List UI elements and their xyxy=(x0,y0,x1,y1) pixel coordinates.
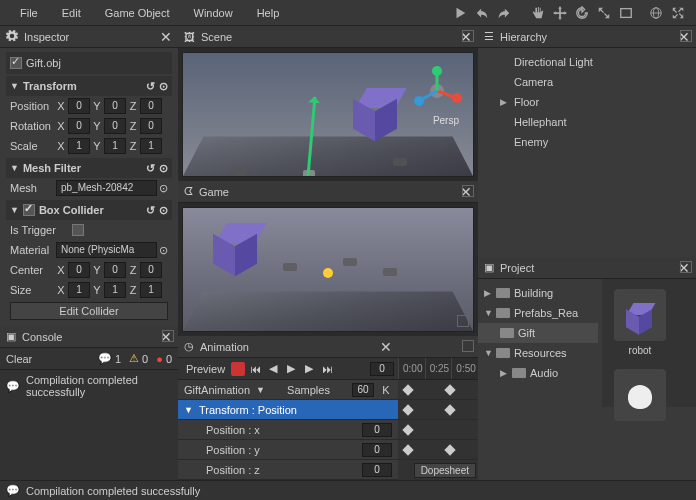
maximize-icon[interactable] xyxy=(680,261,692,273)
chevron-right-icon[interactable]: ▶ xyxy=(500,368,508,378)
close-icon[interactable]: ✕ xyxy=(380,339,392,355)
console-tab[interactable]: ▣ Console ✕ xyxy=(0,326,178,348)
scene-tab[interactable]: 🖼 Scene ✕ xyxy=(178,26,478,48)
timeline[interactable]: 0:00 0:25 0:50 xyxy=(398,336,478,480)
target-icon[interactable]: ⊙ xyxy=(159,182,168,195)
menu-help[interactable]: Help xyxy=(245,3,292,23)
rotate-icon[interactable] xyxy=(572,3,592,23)
maximize-icon[interactable] xyxy=(680,30,692,42)
track-x-label[interactable]: Position : x xyxy=(206,424,260,436)
dopesheet-button[interactable]: Dopesheet xyxy=(414,463,476,478)
rotation-z[interactable]: 0 xyxy=(140,118,162,134)
chevron-down-icon[interactable]: ▼ xyxy=(256,385,265,395)
scale-icon[interactable] xyxy=(594,3,614,23)
object-enabled-checkbox[interactable] xyxy=(10,57,22,69)
folder-row[interactable]: Gift xyxy=(478,323,598,343)
folder-row[interactable]: ▶Audio xyxy=(478,363,598,383)
menu-file[interactable]: File xyxy=(8,3,50,23)
hand-icon[interactable] xyxy=(528,3,548,23)
chevron-right-icon[interactable]: ▶ xyxy=(500,97,508,107)
inspector-tab[interactable]: Inspector ✕ xyxy=(0,26,178,48)
hierarchy-item[interactable]: Enemy xyxy=(484,132,690,152)
scale-z[interactable]: 1 xyxy=(140,138,162,154)
more-icon[interactable]: ⊙ xyxy=(159,80,168,93)
last-frame-button[interactable]: ⏭ xyxy=(319,361,335,377)
frame-field[interactable]: 0 xyxy=(370,362,394,376)
center-x[interactable]: 0 xyxy=(68,262,90,278)
maximize-icon[interactable] xyxy=(462,340,474,352)
edit-collider-button[interactable]: Edit Collider xyxy=(10,302,168,320)
maximize-icon[interactable] xyxy=(462,185,474,197)
reset-icon[interactable]: ↺ xyxy=(146,80,155,93)
play-button[interactable]: ▶ xyxy=(283,361,299,377)
reset-icon[interactable]: ↺ xyxy=(146,204,155,217)
menu-edit[interactable]: Edit xyxy=(50,3,93,23)
expand-icon[interactable] xyxy=(668,3,688,23)
track-z-value[interactable]: 0 xyxy=(362,463,392,477)
play-icon[interactable] xyxy=(450,3,470,23)
track-y-value[interactable]: 0 xyxy=(362,443,392,457)
track-header[interactable]: Transform : Position xyxy=(199,404,297,416)
maximize-icon[interactable] xyxy=(462,30,474,42)
chevron-down-icon[interactable]: ▼ xyxy=(10,81,19,91)
chevron-down-icon[interactable]: ▼ xyxy=(184,405,193,415)
record-button[interactable] xyxy=(231,362,245,376)
position-y[interactable]: 0 xyxy=(104,98,126,114)
folder-row[interactable]: ▶Building xyxy=(478,283,598,303)
track-y-label[interactable]: Position : y xyxy=(206,444,260,456)
rect-icon[interactable] xyxy=(616,3,636,23)
animation-tab[interactable]: ◷ Animation ✕ xyxy=(178,336,398,358)
maximize-icon[interactable] xyxy=(162,330,174,342)
chevron-down-icon[interactable]: ▼ xyxy=(484,308,492,318)
maximize-icon[interactable] xyxy=(457,315,469,327)
hierarchy-item[interactable]: Directional Light xyxy=(484,52,690,72)
orientation-gizmo[interactable] xyxy=(409,63,465,119)
preview-button[interactable]: Preview xyxy=(182,363,229,375)
size-z[interactable]: 1 xyxy=(140,282,162,298)
track-x-value[interactable]: 0 xyxy=(362,423,392,437)
collider-enabled-checkbox[interactable] xyxy=(23,204,35,216)
redo-icon[interactable] xyxy=(494,3,514,23)
track-z-label[interactable]: Position : z xyxy=(206,464,260,476)
clear-button[interactable]: Clear xyxy=(6,353,32,365)
rotation-x[interactable]: 0 xyxy=(68,118,90,134)
scale-y[interactable]: 1 xyxy=(104,138,126,154)
samples-field[interactable]: 60 xyxy=(352,383,374,397)
position-x[interactable]: 0 xyxy=(68,98,90,114)
hierarchy-item[interactable]: Camera xyxy=(484,72,690,92)
hierarchy-item[interactable]: Hellephant xyxy=(484,112,690,132)
more-icon[interactable]: ⊙ xyxy=(159,204,168,217)
undo-icon[interactable] xyxy=(472,3,492,23)
hierarchy-tab[interactable]: ☰ Hierarchy ✕ xyxy=(478,26,696,48)
game-viewport[interactable] xyxy=(182,207,474,332)
rotation-y[interactable]: 0 xyxy=(104,118,126,134)
gift-object[interactable] xyxy=(353,88,397,132)
scene-viewport[interactable]: Persp xyxy=(182,52,474,177)
center-z[interactable]: 0 xyxy=(140,262,162,278)
close-icon[interactable]: ✕ xyxy=(160,29,172,45)
globe-icon[interactable] xyxy=(646,3,666,23)
material-field[interactable]: None (PhysicMa xyxy=(56,242,157,258)
hierarchy-item[interactable]: ▶Floor xyxy=(484,92,690,112)
mesh-field[interactable]: pb_Mesh-20842 xyxy=(56,180,157,196)
menu-window[interactable]: Window xyxy=(182,3,245,23)
folder-row[interactable]: ▼Resources xyxy=(478,343,598,363)
chevron-down-icon[interactable]: ▼ xyxy=(10,205,19,215)
chevron-down-icon[interactable]: ▼ xyxy=(484,348,492,358)
move-icon[interactable] xyxy=(550,3,570,23)
clip-dropdown[interactable]: GiftAnimation xyxy=(184,384,250,396)
prev-frame-button[interactable]: ◀ xyxy=(265,361,281,377)
reset-icon[interactable]: ↺ xyxy=(146,162,155,175)
center-y[interactable]: 0 xyxy=(104,262,126,278)
asset-thumb[interactable]: robot xyxy=(610,285,670,356)
chevron-down-icon[interactable]: ▼ xyxy=(10,163,19,173)
more-icon[interactable]: ⊙ xyxy=(159,162,168,175)
istrigger-checkbox[interactable] xyxy=(72,224,84,236)
asset-thumb[interactable] xyxy=(610,365,670,425)
position-z[interactable]: 0 xyxy=(140,98,162,114)
next-frame-button[interactable]: ▶ xyxy=(301,361,317,377)
project-tab[interactable]: ▣ Project ✕ xyxy=(478,257,696,279)
scale-x[interactable]: 1 xyxy=(68,138,90,154)
menu-gameobject[interactable]: Game Object xyxy=(93,3,182,23)
chevron-right-icon[interactable]: ▶ xyxy=(484,288,492,298)
